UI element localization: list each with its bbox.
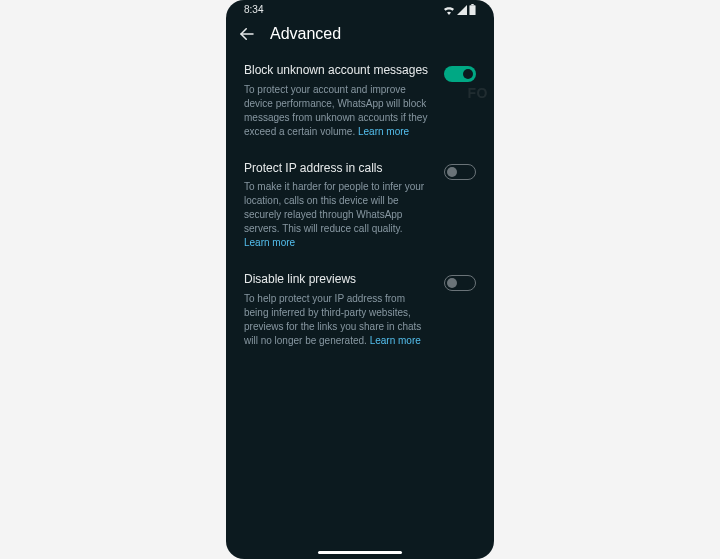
- toggle-block-unknown[interactable]: [444, 66, 476, 82]
- setting-protect-ip[interactable]: Protect IP address in calls To make it h…: [244, 161, 476, 251]
- setting-title: Protect IP address in calls: [244, 161, 432, 177]
- svg-rect-0: [471, 4, 473, 5]
- svg-rect-1: [469, 5, 475, 15]
- arrow-left-icon: [238, 25, 256, 43]
- setting-disable-previews[interactable]: Disable link previews To help protect yo…: [244, 272, 476, 348]
- toggle-knob: [447, 167, 457, 177]
- toggle-knob: [447, 278, 457, 288]
- setting-description: To help protect your IP address from bei…: [244, 292, 432, 348]
- learn-more-link[interactable]: Learn more: [370, 335, 421, 346]
- toggle-disable-previews[interactable]: [444, 275, 476, 291]
- setting-description: To make it harder for people to infer yo…: [244, 180, 432, 250]
- battery-icon: [469, 4, 476, 15]
- setting-block-unknown[interactable]: Block unknown account messages To protec…: [244, 63, 476, 139]
- status-time: 8:34: [244, 4, 263, 15]
- back-button[interactable]: [238, 25, 256, 43]
- phone-frame: FO 8:34 Advanced Block unknown account m…: [226, 0, 494, 559]
- status-bar: 8:34: [226, 0, 494, 17]
- page-title: Advanced: [270, 25, 341, 43]
- status-icons: [443, 4, 476, 15]
- toggle-protect-ip[interactable]: [444, 164, 476, 180]
- learn-more-link[interactable]: Learn more: [244, 237, 295, 248]
- setting-text: Disable link previews To help protect yo…: [244, 272, 444, 348]
- nav-handle[interactable]: [318, 551, 402, 554]
- setting-text: Block unknown account messages To protec…: [244, 63, 444, 139]
- signal-icon: [457, 5, 467, 15]
- setting-description: To protect your account and improve devi…: [244, 83, 432, 139]
- app-bar: Advanced: [226, 17, 494, 55]
- setting-title: Disable link previews: [244, 272, 432, 288]
- setting-title: Block unknown account messages: [244, 63, 432, 79]
- learn-more-link[interactable]: Learn more: [358, 126, 409, 137]
- wifi-icon: [443, 5, 455, 15]
- settings-list: Block unknown account messages To protec…: [226, 55, 494, 348]
- toggle-knob: [463, 69, 473, 79]
- setting-text: Protect IP address in calls To make it h…: [244, 161, 444, 251]
